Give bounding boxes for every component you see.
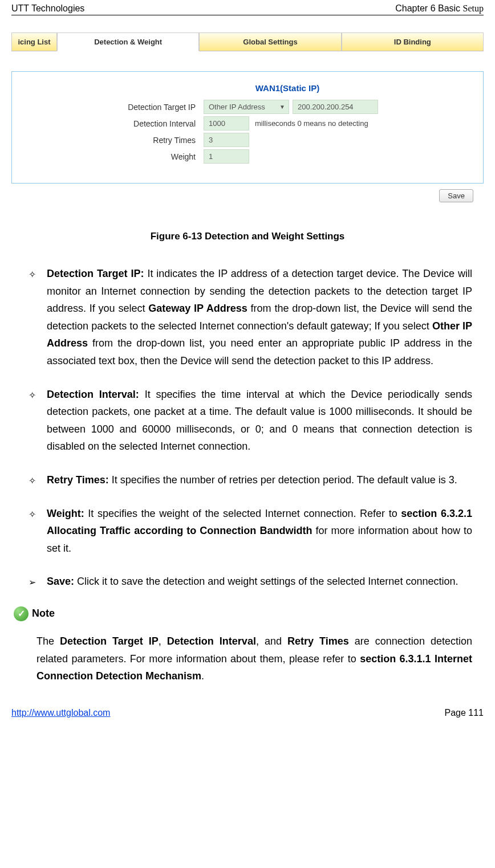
label-detection-interval: Detection Interval — [18, 119, 200, 128]
item-detection-interval: ✧ Detection Interval: It specifies the t… — [29, 386, 472, 455]
input-detection-ip[interactable]: 200.200.200.254 — [293, 100, 378, 114]
footer-link[interactable]: http://www.uttglobal.com — [11, 708, 110, 718]
row-detection-interval: Detection Interval 1000 milliseconds 0 m… — [18, 116, 477, 131]
row-retry: Retry Times 3 — [18, 133, 477, 147]
save-row: Save — [11, 189, 484, 202]
form-legend: WAN1(Static IP) — [98, 83, 477, 93]
check-icon: ✓ — [14, 606, 29, 621]
label-weight: Weight — [18, 152, 200, 161]
tab-bar: icing List Detection & Weight Global Set… — [11, 32, 484, 51]
hint-interval: milliseconds 0 means no detecting — [255, 119, 368, 128]
label-retry: Retry Times — [18, 136, 200, 145]
tab-icing-list[interactable]: icing List — [11, 32, 57, 51]
row-detection-target: Detection Target IP Other IP Address▼ 20… — [18, 100, 477, 114]
figure-caption: Figure 6-13 Detection and Weight Setting… — [11, 231, 484, 242]
label-detection-target: Detection Target IP — [18, 103, 200, 112]
tab-global-settings[interactable]: Global Settings — [199, 32, 341, 51]
tab-id-binding[interactable]: ID Binding — [342, 32, 484, 51]
bullet-icon: ✧ — [29, 505, 47, 557]
page-header: UTT Technologies Chapter 6 Basic Setup — [11, 0, 484, 15]
item-weight: ✧ Weight: It specifies the weight of the… — [29, 505, 472, 557]
page-footer: http://www.uttglobal.com Page 111 — [11, 685, 484, 718]
input-weight[interactable]: 1 — [204, 149, 249, 164]
input-retry[interactable]: 3 — [204, 133, 249, 147]
content-list: ✧ Detection Target IP: It indicates the … — [11, 265, 484, 590]
note-text: The Detection Target IP, Detection Inter… — [11, 633, 484, 685]
form-panel: WAN1(Static IP) Detection Target IP Othe… — [11, 71, 484, 184]
input-detection-interval[interactable]: 1000 — [204, 116, 249, 131]
note-header: ✓ Note — [11, 606, 484, 621]
select-detection-target[interactable]: Other IP Address▼ — [204, 100, 289, 114]
save-button[interactable]: Save — [439, 189, 473, 202]
note-label: Note — [32, 608, 55, 620]
chevron-down-icon: ▼ — [279, 104, 285, 110]
row-weight: Weight 1 — [18, 149, 477, 164]
tab-detection-weight[interactable]: Detection & Weight — [57, 32, 199, 51]
page-number: Page 111 — [444, 708, 484, 718]
bullet-icon: ✧ — [29, 386, 47, 455]
bullet-icon: ➢ — [29, 573, 47, 590]
bullet-icon: ✧ — [29, 471, 47, 489]
item-detection-target: ✧ Detection Target IP: It indicates the … — [29, 265, 472, 370]
header-left: UTT Technologies — [11, 3, 84, 14]
item-retry: ✧ Retry Times: It specifies the number o… — [29, 471, 472, 489]
header-right: Chapter 6 Basic Setup — [395, 3, 484, 14]
item-save: ➢ Save: Click it to save the detection a… — [29, 573, 472, 590]
bullet-icon: ✧ — [29, 265, 47, 370]
